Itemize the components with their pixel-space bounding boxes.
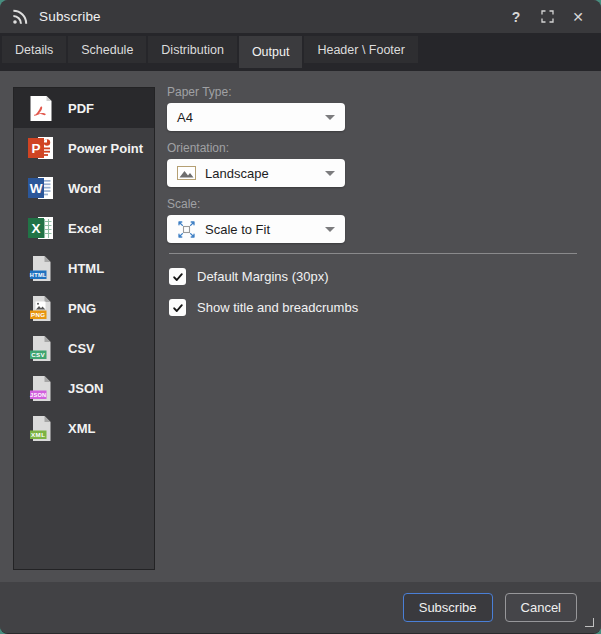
excel-letter: X	[31, 221, 40, 236]
checkbox-label: Default Margins (30px)	[197, 269, 329, 284]
scale-label: Scale:	[167, 197, 577, 211]
word-icon: W	[27, 175, 55, 201]
tab-bar: Details Schedule Distribution Output Hea…	[0, 33, 601, 71]
cancel-button[interactable]: Cancel	[505, 593, 577, 622]
checkbox-default-margins[interactable]: Default Margins (30px)	[169, 268, 577, 285]
sidebar-item-label: PDF	[68, 101, 94, 116]
sidebar-item-pdf[interactable]: PDF	[14, 88, 154, 128]
window-title: Subscribe	[39, 9, 101, 24]
sidebar-item-label: Power Point	[68, 141, 143, 156]
help-button[interactable]: ?	[505, 6, 527, 28]
scale-select[interactable]: Scale to Fit	[167, 215, 345, 243]
format-list: PDF P Power Point	[13, 87, 155, 570]
word-letter: W	[30, 181, 43, 196]
sidebar-item-label: XML	[68, 421, 95, 436]
tab-header-footer[interactable]: Header \ Footer	[304, 36, 418, 63]
orientation-select[interactable]: Landscape	[167, 159, 345, 187]
tab-schedule[interactable]: Schedule	[68, 36, 146, 63]
paper-type-label: Paper Type:	[167, 85, 577, 99]
sidebar-item-png[interactable]: PNG PNG	[14, 288, 154, 328]
section-divider	[169, 253, 577, 254]
sidebar-item-json[interactable]: JSON JSON	[14, 368, 154, 408]
scale-value: Scale to Fit	[205, 222, 270, 237]
subscribe-button[interactable]: Subscribe	[403, 593, 493, 622]
chevron-down-icon	[325, 227, 335, 232]
pdf-output-options: Paper Type: A4 Orientation: Landscape Sc…	[155, 71, 601, 582]
chevron-down-icon	[325, 171, 335, 176]
png-badge-text: PNG	[31, 310, 46, 317]
tab-distribution[interactable]: Distribution	[148, 36, 237, 63]
sidebar-item-word[interactable]: W Word	[14, 168, 154, 208]
orientation-value: Landscape	[205, 166, 269, 181]
resize-grip[interactable]	[585, 618, 594, 627]
landscape-icon	[177, 166, 196, 180]
sidebar-item-label: PNG	[68, 301, 96, 316]
output-tab-content: PDF P Power Point	[0, 71, 601, 582]
subscribe-dialog: Subscribe ? ✕ Details Schedule Distribut…	[0, 0, 601, 634]
html-badge-text: HTML	[30, 271, 47, 277]
dialog-footer: Subscribe Cancel	[0, 582, 601, 633]
powerpoint-letter: P	[31, 141, 40, 156]
pdf-icon	[27, 95, 55, 122]
csv-badge-text: CSV	[31, 350, 45, 357]
sidebar-item-csv[interactable]: CSV CSV	[14, 328, 154, 368]
png-file-icon: PNG	[27, 295, 55, 322]
sidebar-item-powerpoint[interactable]: P Power Point	[14, 128, 154, 168]
sidebar-item-xml[interactable]: XML XML	[14, 408, 154, 448]
tab-output[interactable]: Output	[239, 36, 303, 68]
excel-icon: X	[27, 215, 55, 241]
html-file-icon: HTML	[27, 255, 55, 282]
chevron-down-icon	[325, 115, 335, 120]
sidebar-item-label: Excel	[68, 221, 102, 236]
sidebar-item-html[interactable]: HTML HTML	[14, 248, 154, 288]
tab-details[interactable]: Details	[2, 36, 66, 63]
checkbox-checked-icon	[169, 268, 186, 285]
maximize-button[interactable]	[536, 6, 558, 28]
checkbox-label: Show title and breadcrumbs	[197, 300, 358, 315]
sidebar-item-label: JSON	[68, 381, 103, 396]
json-file-icon: JSON	[27, 375, 55, 402]
rss-subscribe-icon	[10, 7, 30, 26]
sidebar-item-label: CSV	[68, 341, 95, 356]
close-button[interactable]: ✕	[567, 6, 589, 28]
sidebar-item-label: HTML	[68, 261, 104, 276]
powerpoint-icon: P	[27, 135, 55, 161]
checkbox-show-title-breadcrumbs[interactable]: Show title and breadcrumbs	[169, 299, 577, 316]
xml-badge-text: XML	[31, 430, 45, 437]
json-badge-text: JSON	[30, 391, 46, 397]
paper-type-value: A4	[177, 110, 193, 125]
paper-type-select[interactable]: A4	[167, 103, 345, 131]
xml-file-icon: XML	[27, 415, 55, 442]
orientation-label: Orientation:	[167, 141, 577, 155]
maximize-icon	[541, 10, 554, 23]
csv-file-icon: CSV	[27, 335, 55, 362]
checkbox-checked-icon	[169, 299, 186, 316]
sidebar-item-excel[interactable]: X Excel	[14, 208, 154, 248]
scale-to-fit-icon	[177, 220, 196, 239]
sidebar-item-label: Word	[68, 181, 101, 196]
titlebar: Subscribe ? ✕	[0, 0, 601, 33]
